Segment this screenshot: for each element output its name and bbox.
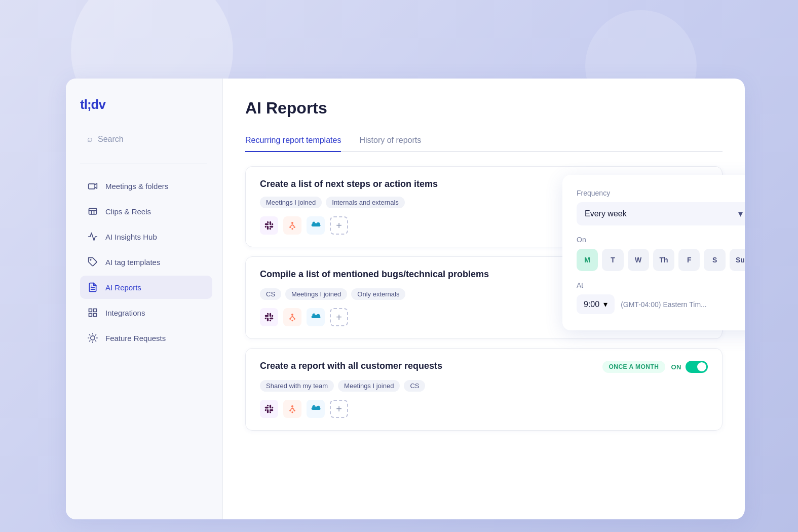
- day-tuesday[interactable]: T: [602, 249, 623, 271]
- report-1-title: Create a list of next steps or action it…: [260, 179, 438, 189]
- report-3-title: Create a report with all customer reques…: [260, 361, 442, 371]
- salesforce-icon-1[interactable]: [307, 216, 325, 235]
- svg-point-23: [289, 318, 291, 320]
- report-2-title: Compile a list of mentioned bugs/technic…: [260, 269, 489, 280]
- grid-icon: [87, 307, 98, 318]
- svg-point-28: [294, 410, 295, 411]
- sidebar: tl;dv ⌕ Search Meetings & folders: [66, 79, 223, 519]
- sidebar-item-integrations-label: Integrations: [105, 309, 145, 317]
- add-integration-1[interactable]: +: [330, 216, 348, 235]
- video-icon: [87, 180, 98, 192]
- salesforce-icon-2[interactable]: [307, 308, 325, 326]
- time-value: 9:00: [584, 300, 599, 309]
- svg-rect-1: [89, 208, 97, 214]
- on-label: On: [577, 236, 745, 244]
- svg-point-24: [294, 318, 295, 320]
- search-box[interactable]: ⌕ Search: [80, 129, 212, 149]
- report-3-toggle-label: ON: [671, 363, 682, 371]
- day-saturday[interactable]: S: [704, 249, 725, 271]
- sidebar-nav: Meetings & folders Clips & Reels AI: [80, 174, 212, 352]
- svg-point-9: [91, 336, 95, 340]
- tag-internals-externals: Internals and externals: [326, 197, 405, 208]
- day-friday[interactable]: F: [678, 249, 700, 271]
- svg-point-2: [90, 259, 91, 260]
- report-3-integrations: +: [260, 400, 708, 418]
- report-3-badge: ONCE A MONTH: [602, 361, 665, 373]
- svg-line-17: [95, 335, 96, 335]
- main-content: AI Reports Recurring report templates Hi…: [223, 79, 745, 519]
- sidebar-item-ai-tag-label: AI tag templates: [105, 258, 160, 267]
- report-3-tags: Shared with my team Meetings I joined CS: [260, 380, 708, 392]
- tab-recurring[interactable]: Recurring report templates: [245, 130, 341, 152]
- sidebar-item-ai-insights[interactable]: AI Insights Hub: [80, 225, 212, 248]
- frequency-label: Frequency: [577, 189, 745, 197]
- sidebar-item-integrations[interactable]: Integrations: [80, 301, 212, 324]
- sidebar-item-feature-requests-label: Feature Requests: [105, 334, 166, 343]
- frequency-select[interactable]: Every week ▾: [577, 202, 745, 225]
- sidebar-item-clips-label: Clips & Reels: [105, 207, 151, 216]
- svg-line-16: [90, 340, 90, 341]
- slack-icon-2[interactable]: [260, 308, 278, 326]
- svg-point-21: [291, 228, 293, 230]
- svg-point-20: [294, 226, 295, 228]
- tag-meetings-joined-2: Meetings I joined: [285, 288, 347, 300]
- svg-point-22: [291, 314, 293, 316]
- day-thursday[interactable]: Th: [653, 249, 674, 271]
- add-integration-2[interactable]: +: [330, 308, 348, 326]
- report-card-3: Create a report with all customer reques…: [245, 348, 723, 431]
- search-icon: ⌕: [87, 134, 93, 144]
- page-title: AI Reports: [245, 99, 723, 118]
- report-3-toggle-wrap: ON: [671, 361, 708, 373]
- search-label: Search: [98, 135, 124, 144]
- frequency-panel: Frequency Every week ▾ On M T W Th: [562, 175, 745, 330]
- slack-icon-1[interactable]: [260, 216, 278, 235]
- svg-rect-8: [94, 314, 97, 317]
- report-3-toggle[interactable]: [686, 361, 708, 373]
- svg-line-12: [90, 335, 90, 335]
- timezone-text: (GMT-04:00) Eastern Tim...: [621, 300, 707, 309]
- day-sunday[interactable]: Su: [730, 249, 745, 271]
- svg-point-19: [289, 226, 291, 228]
- sidebar-item-ai-reports-label: AI Reports: [105, 283, 141, 292]
- svg-point-26: [291, 405, 293, 407]
- sidebar-item-meetings-label: Meetings & folders: [105, 182, 168, 191]
- tab-history[interactable]: History of reports: [359, 130, 421, 152]
- tag-shared: Shared with my team: [260, 380, 334, 392]
- sidebar-item-clips[interactable]: Clips & Reels: [80, 200, 212, 223]
- day-wednesday[interactable]: W: [628, 249, 649, 271]
- document-icon: [87, 282, 98, 293]
- svg-point-29: [291, 411, 293, 413]
- tab-bar: Recurring report templates History of re…: [245, 130, 723, 152]
- at-label: At: [577, 281, 745, 289]
- report-card-3-header: Create a report with all customer reques…: [260, 361, 708, 373]
- hubspot-icon-3[interactable]: [283, 400, 301, 418]
- salesforce-icon-3[interactable]: [307, 400, 325, 418]
- chevron-down-icon: ▾: [738, 208, 743, 219]
- chart-icon: [87, 231, 98, 242]
- tag-meetings-joined: Meetings I joined: [260, 197, 322, 208]
- app-logo: tl;dv: [80, 97, 212, 112]
- svg-rect-6: [94, 309, 97, 312]
- main-window: tl;dv ⌕ Search Meetings & folders: [66, 79, 745, 519]
- svg-rect-5: [89, 309, 92, 312]
- svg-rect-0: [89, 184, 95, 189]
- frequency-value: Every week: [585, 209, 627, 218]
- tag-cs: CS: [260, 288, 281, 300]
- at-row: 9:00 ▾ (GMT-04:00) Eastern Tim...: [577, 294, 745, 314]
- svg-line-13: [95, 340, 96, 341]
- day-monday[interactable]: M: [577, 249, 598, 271]
- svg-point-18: [291, 222, 293, 224]
- days-row: M T W Th F S Su: [577, 249, 745, 271]
- svg-rect-7: [89, 314, 92, 317]
- sidebar-item-ai-reports[interactable]: AI Reports: [80, 276, 212, 299]
- hubspot-icon-2[interactable]: [283, 308, 301, 326]
- slack-icon-3[interactable]: [260, 400, 278, 418]
- sidebar-item-ai-tag[interactable]: AI tag templates: [80, 250, 212, 274]
- add-integration-3[interactable]: +: [330, 400, 348, 418]
- scissors-icon: [87, 206, 98, 217]
- tag-cs-3: CS: [404, 380, 425, 392]
- sidebar-item-meetings[interactable]: Meetings & folders: [80, 174, 212, 198]
- sidebar-item-feature-requests[interactable]: Feature Requests: [80, 326, 212, 350]
- hubspot-icon-1[interactable]: [283, 216, 301, 235]
- time-select[interactable]: 9:00 ▾: [577, 294, 615, 314]
